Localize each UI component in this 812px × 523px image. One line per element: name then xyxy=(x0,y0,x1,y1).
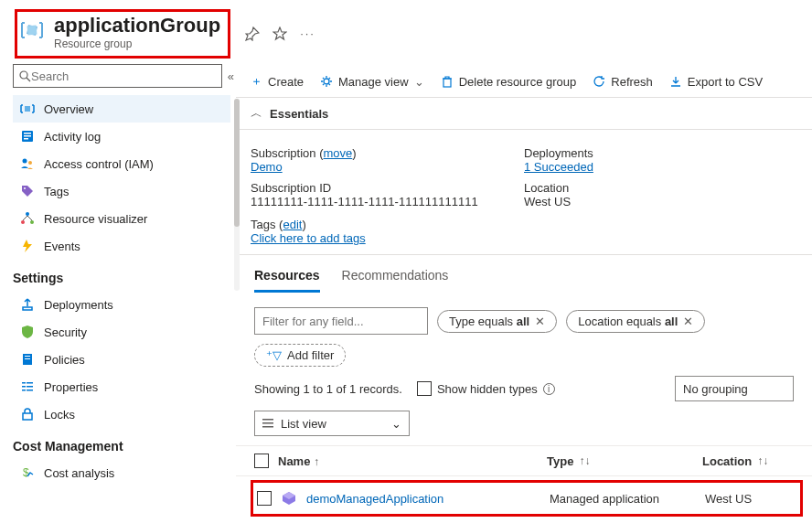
header-highlight-box: applicationGroup Resource group xyxy=(15,9,230,59)
deployments-link[interactable]: 1 Succeeded xyxy=(524,160,593,174)
sidebar-item-activity-log[interactable]: Activity log xyxy=(13,123,230,150)
svg-point-10 xyxy=(28,161,32,165)
col-location-header[interactable]: Location ↑↓ xyxy=(702,454,794,468)
col-name-header[interactable]: Name ↑ xyxy=(278,454,319,468)
chevron-down-icon: ⌄ xyxy=(391,417,401,431)
svg-rect-22 xyxy=(27,386,33,388)
sidebar: « Overview Activity log Access control (… xyxy=(0,62,236,523)
sidebar-item-label: Activity log xyxy=(44,130,101,144)
info-icon[interactable]: i xyxy=(543,383,555,395)
events-icon xyxy=(20,239,35,253)
export-button[interactable]: Export to CSV xyxy=(669,75,763,89)
chevron-down-icon: ⌄ xyxy=(414,75,424,89)
svg-rect-15 xyxy=(23,307,32,310)
svg-rect-25 xyxy=(23,413,32,420)
table-row[interactable]: demoManagedApplication Managed applicati… xyxy=(253,483,800,514)
move-link[interactable]: move xyxy=(324,146,353,160)
search-input-wrapper[interactable] xyxy=(13,64,222,88)
sidebar-item-overview[interactable]: Overview xyxy=(13,95,230,123)
sidebar-item-label: Deployments xyxy=(44,298,113,312)
show-hidden-checkbox[interactable] xyxy=(417,381,432,396)
manage-view-button[interactable]: Manage view⌄ xyxy=(320,75,424,89)
sort-icon: ↑↓ xyxy=(579,454,590,467)
close-icon[interactable]: ✕ xyxy=(683,315,693,328)
tab-recommendations[interactable]: Recommendations xyxy=(342,268,449,293)
sidebar-item-deployments[interactable]: Deployments xyxy=(13,291,230,318)
section-header-cost: Cost Management xyxy=(13,428,230,459)
page-title: applicationGroup xyxy=(54,14,220,37)
refresh-button[interactable]: Refresh xyxy=(593,75,653,89)
star-icon[interactable] xyxy=(272,27,287,41)
pin-icon[interactable] xyxy=(245,27,260,41)
essentials-toggle[interactable]: ︿ Essentials xyxy=(236,97,812,130)
subscription-link[interactable]: Demo xyxy=(251,160,283,174)
add-tags-link[interactable]: Click here to add tags xyxy=(251,231,366,245)
sort-icon: ↑ xyxy=(314,455,319,468)
subscription-id-value: 11111111-1111-1111-1111-111111111111 xyxy=(251,195,524,208)
overview-icon xyxy=(20,101,35,116)
policies-icon xyxy=(20,352,35,367)
svg-rect-8 xyxy=(24,138,28,140)
scrollbar[interactable] xyxy=(234,99,240,291)
row-checkbox[interactable] xyxy=(257,491,272,506)
sidebar-item-resource-visualizer[interactable]: Resource visualizer xyxy=(13,205,230,232)
svg-point-11 xyxy=(24,187,26,189)
col-type-header[interactable]: Type ↑↓ xyxy=(547,454,702,468)
subscription-id-label: Subscription ID xyxy=(251,181,524,195)
svg-line-3 xyxy=(27,78,30,81)
sidebar-item-tags[interactable]: Tags xyxy=(13,177,230,205)
tab-resources[interactable]: Resources xyxy=(254,268,320,293)
trash-icon xyxy=(441,75,454,88)
type-filter-pill[interactable]: Type equals all✕ xyxy=(437,310,557,333)
sidebar-item-label: Tags xyxy=(44,185,69,198)
svg-rect-6 xyxy=(24,133,31,134)
page-subtitle: Resource group xyxy=(54,37,220,50)
resource-name-link[interactable]: demoManagedApplication xyxy=(306,492,443,506)
close-icon[interactable]: ✕ xyxy=(535,315,545,328)
lock-icon xyxy=(20,407,35,422)
svg-rect-23 xyxy=(22,390,26,391)
records-row: Showing 1 to 1 of 1 records. Show hidden… xyxy=(236,376,812,411)
svg-point-27 xyxy=(324,79,329,84)
sidebar-item-properties[interactable]: Properties xyxy=(13,373,230,400)
sidebar-item-security[interactable]: Security xyxy=(13,318,230,346)
svg-point-14 xyxy=(30,220,34,224)
more-icon[interactable]: ··· xyxy=(300,27,315,41)
shield-icon xyxy=(20,325,35,339)
subscription-label: Subscription (move) xyxy=(251,146,524,160)
sort-icon: ↑↓ xyxy=(757,454,768,467)
filters-row: Type equals all✕ Location equals all✕ ⁺▽… xyxy=(236,293,812,376)
create-button[interactable]: ＋Create xyxy=(251,73,304,90)
content-area: ＋Create Manage view⌄ Delete resource gro… xyxy=(236,62,812,523)
collapse-icon[interactable]: « xyxy=(228,69,234,83)
svg-rect-21 xyxy=(22,386,26,388)
table-header: Name ↑ Type ↑↓ Location ↑↓ xyxy=(236,445,812,476)
records-count: Showing 1 to 1 of 1 records. xyxy=(254,382,402,396)
edit-tags-link[interactable]: edit xyxy=(283,218,302,231)
add-filter-button[interactable]: ⁺▽Add filter xyxy=(254,344,346,367)
resource-group-icon xyxy=(19,17,45,43)
location-filter-pill[interactable]: Location equals all✕ xyxy=(566,310,705,333)
deployments-label: Deployments xyxy=(524,146,797,160)
sidebar-item-policies[interactable]: Policies xyxy=(13,346,230,373)
plus-icon: ＋ xyxy=(251,73,262,90)
list-view-select[interactable]: List view ⌄ xyxy=(254,411,410,436)
svg-rect-20 xyxy=(27,382,33,384)
sidebar-item-label: Policies xyxy=(44,353,85,367)
svg-rect-28 xyxy=(443,79,451,87)
sidebar-item-access-control[interactable]: Access control (IAM) xyxy=(13,150,230,177)
delete-button[interactable]: Delete resource group xyxy=(441,75,577,89)
sidebar-item-events[interactable]: Events xyxy=(13,232,230,260)
search-icon xyxy=(19,70,31,82)
location-label: Location xyxy=(524,181,797,195)
sidebar-item-locks[interactable]: Locks xyxy=(13,400,230,428)
location-value: West US xyxy=(524,195,797,208)
iam-icon xyxy=(20,156,35,171)
filter-input[interactable] xyxy=(254,307,428,335)
svg-point-12 xyxy=(26,212,29,216)
resource-location: West US xyxy=(705,492,796,506)
no-grouping-select[interactable]: No grouping xyxy=(675,376,794,401)
select-all-checkbox[interactable] xyxy=(254,454,269,468)
sidebar-item-cost-analysis[interactable]: $ Cost analysis xyxy=(13,459,230,486)
search-input[interactable] xyxy=(31,69,216,83)
